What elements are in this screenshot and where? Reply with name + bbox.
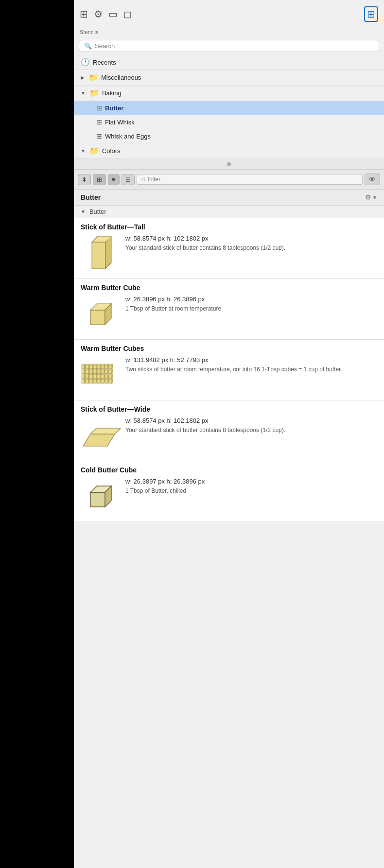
tree-item-baking[interactable]: ▼ 📁 Baking [74, 86, 384, 101]
stencil-card-stick-of-butter-wide: Stick of Butter—Wide w: 58.8574 px h: 10… [74, 400, 384, 461]
stencil-desc-warm-butter-cubes: Two sticks of butter at room temperature… [125, 365, 377, 374]
group-header-label: Butter [89, 208, 106, 215]
stencil-icon-flat-whisk: ⊞ [96, 118, 102, 126]
tree-label-miscellaneous: Miscellaneous [101, 74, 141, 81]
stencil-dims-warm-butter-cube: w: 26.3896 px h: 26.3896 px [125, 295, 377, 303]
folder-icon-miscellaneous: 📁 [88, 73, 98, 82]
page-icon[interactable]: ◻ [123, 8, 132, 20]
tree-item-colors[interactable]: ▼ 📁 Colors [74, 143, 384, 159]
section-header: Butter ⚙ ▼ [74, 190, 384, 206]
layout-btn[interactable]: ⊟ [122, 174, 135, 185]
tree-item-miscellaneous[interactable]: ▶ 📁 Miscellaneous [74, 70, 384, 86]
tree-label-recents: Recents [93, 59, 116, 66]
expand-arrow-baking: ▼ [81, 90, 86, 96]
filter-input[interactable] [148, 176, 358, 183]
bottom-toolbar: ⬍ ⊞ ≡ ⊟ ⊙ 👁 [74, 169, 384, 190]
svg-marker-2 [105, 236, 111, 269]
stencil-icon-whisk-and-eggs: ⊞ [96, 132, 102, 140]
search-input-wrap[interactable]: 🔍 [79, 40, 379, 52]
folder-icon-colors: 📁 [89, 146, 99, 156]
tree-item-butter[interactable]: ⊞ Butter [74, 101, 384, 115]
stencil-meta-cold-butter-cube: w: 26.3897 px h: 26.3896 px 1 Tbsp of Bu… [125, 478, 377, 495]
stencil-title-stick-of-butter-wide: Stick of Butter—Wide [81, 405, 377, 413]
stencil-title-warm-butter-cube: Warm Butter Cube [81, 284, 377, 292]
stencil-body-warm-butter-cube: w: 26.3896 px h: 26.3896 px 1 Tbsp of Bu… [81, 295, 377, 334]
stencil-meta-warm-butter-cubes: w: 131.9482 px h: 52.7793 px Two sticks … [125, 356, 377, 374]
stencil-desc-warm-butter-cube: 1 Tbsp of Butter at room temperature [125, 305, 377, 313]
expand-arrow-miscellaneous: ▶ [81, 75, 85, 80]
stencil-body-stick-of-butter-tall: w: 58.8574 px h: 102.1802 px Your standa… [81, 235, 377, 274]
stencil-meta-stick-of-butter-wide: w: 58.8574 px h: 102.1802 px Your standa… [125, 417, 377, 434]
scroll-indicator [74, 159, 384, 169]
stencil-desc-stick-of-butter-tall: Your standard stick of butter contains 8… [125, 244, 377, 252]
stencil-dims-warm-butter-cubes: w: 131.9482 px h: 52.7793 px [125, 356, 377, 364]
sort-button[interactable]: ⬍ [78, 174, 91, 185]
stencil-dims-cold-butter-cube: w: 26.3897 px h: 26.3896 px [125, 478, 377, 485]
stencil-title-warm-butter-cubes: Warm Butter Cubes [81, 345, 377, 352]
svg-marker-9 [83, 434, 115, 446]
stencil-meta-stick-of-butter-tall: w: 58.8574 px h: 102.1802 px Your standa… [125, 235, 377, 252]
svg-marker-8 [84, 359, 85, 364]
svg-marker-6 [81, 360, 84, 364]
gear-chevron: ▼ [372, 195, 377, 200]
stencil-thumbnail-stick-of-butter-tall [81, 235, 120, 274]
stencil-body-cold-butter-cube: w: 26.3897 px h: 26.3896 px 1 Tbsp of Bu… [81, 478, 377, 517]
tree-label-whisk-and-eggs: Whisk and Eggs [105, 133, 151, 140]
list-view-btn[interactable]: ≡ [108, 174, 120, 185]
tree-label-baking: Baking [102, 89, 122, 97]
filter-icon: ⊙ [141, 176, 145, 183]
filter-input-wrap[interactable]: ⊙ [137, 174, 363, 185]
svg-marker-11 [90, 492, 105, 507]
stencil-dims-stick-of-butter-wide: w: 58.8574 px h: 102.1802 px [125, 417, 377, 424]
stencil-body-stick-of-butter-wide: w: 58.8574 px h: 102.1802 px Your standa… [81, 417, 377, 456]
search-icon: 🔍 [84, 42, 92, 50]
tree-label-butter: Butter [105, 104, 123, 112]
stencil-body-warm-butter-cubes: w: 131.9482 px h: 52.7793 px Two sticks … [81, 356, 377, 395]
search-input[interactable] [95, 42, 374, 50]
monitor-icon[interactable]: ⊞ [80, 8, 88, 20]
stencil-icon-butter: ⊞ [96, 104, 102, 112]
toolbar-left: ⊞ ⚙ ▭ ◻ [80, 8, 132, 20]
template-icon[interactable]: ▭ [108, 8, 118, 20]
stencil-thumbnail-cold-butter-cube [81, 478, 120, 517]
tree-item-whisk-and-eggs[interactable]: ⊞ Whisk and Eggs [74, 129, 384, 143]
stencil-thumbnail-stick-of-butter-wide [81, 417, 120, 456]
stencil-card-warm-butter-cube: Warm Butter Cube w: 26.3896 px h: 26.389… [74, 279, 384, 340]
group-expand-arrow: ▼ [81, 209, 86, 214]
stencils-label: Stencils [74, 28, 384, 37]
svg-marker-3 [90, 310, 105, 325]
tree-item-flat-whisk[interactable]: ⊞ Flat Whisk [74, 115, 384, 129]
group-header[interactable]: ▼ Butter [74, 206, 384, 218]
toolbar: ⊞ ⚙ ▭ ◻ ⊞ [74, 0, 384, 28]
stencil-meta-warm-butter-cube: w: 26.3896 px h: 26.3896 px 1 Tbsp of Bu… [125, 295, 377, 313]
content-area: Stick of Butter—Tall w: 58.8574 px h: 10… [74, 218, 384, 522]
svg-marker-10 [90, 428, 121, 434]
folder-icon-baking: 📁 [89, 88, 99, 98]
stencil-card-warm-butter-cubes: Warm Butter Cubes [74, 340, 384, 400]
svg-marker-0 [92, 242, 105, 269]
section-title: Butter [81, 193, 101, 201]
stencil-desc-cold-butter-cube: 1 Tbsp of Butter, chilled [125, 487, 377, 495]
stencil-title-stick-of-butter-tall: Stick of Butter—Tall [81, 223, 377, 231]
search-bar: 🔍 [74, 37, 384, 55]
tree-item-recents[interactable]: 🕐 Recents [74, 55, 384, 70]
stencil-desc-stick-of-butter-wide: Your standard stick of butter contains 8… [125, 426, 377, 434]
clock-icon: 🕐 [81, 58, 90, 67]
tree: 🕐 Recents ▶ 📁 Miscellaneous ▼ 📁 Baking ⊞… [74, 55, 384, 159]
expand-arrow-colors: ▼ [81, 148, 86, 154]
stencil-title-cold-butter-cube: Cold Butter Cube [81, 466, 377, 474]
svg-marker-7 [81, 359, 85, 360]
eye-button[interactable]: 👁 [365, 174, 380, 185]
tree-label-flat-whisk: Flat Whisk [105, 119, 135, 126]
stencil-card-cold-butter-cube: Cold Butter Cube w: 26.3897 px h: 26.389… [74, 461, 384, 522]
stencil-thumbnail-warm-butter-cubes [81, 356, 120, 395]
section-gear-button[interactable]: ⚙ ▼ [365, 193, 377, 201]
tree-label-colors: Colors [102, 147, 121, 155]
grid-view-button[interactable]: ⊞ [364, 6, 378, 22]
stencil-thumbnail-warm-butter-cube [81, 295, 120, 334]
grid-view-btn[interactable]: ⊞ [93, 174, 106, 185]
stencil-card-stick-of-butter-tall: Stick of Butter—Tall w: 58.8574 px h: 10… [74, 218, 384, 279]
stencil-dims-stick-of-butter-tall: w: 58.8574 px h: 102.1802 px [125, 235, 377, 242]
gear-icon-section: ⚙ [365, 193, 371, 201]
gear-icon[interactable]: ⚙ [94, 8, 103, 20]
